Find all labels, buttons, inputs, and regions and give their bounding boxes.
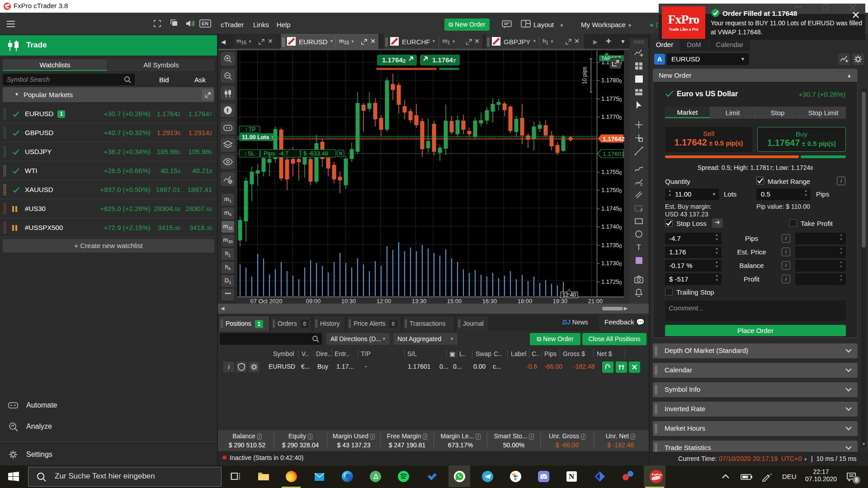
svg-text:1.17647: 1.17647 [432, 56, 456, 64]
svg-text:1.17601: 1.17601 [603, 150, 625, 157]
svg-text:12:40: 12:40 [562, 292, 576, 298]
svg-text:F: F [641, 208, 643, 212]
svg-text:1.17642: 1.17642 [382, 56, 406, 64]
svg-text:E: E [640, 182, 643, 187]
svg-text:Pips: -4.7: Pips: -4.7 [264, 150, 288, 157]
svg-text:⁝ TP: ⁝ TP [245, 127, 255, 133]
svg-text:1.17750: 1.17750 [601, 95, 622, 103]
svg-text:EN: EN [202, 21, 208, 26]
svg-text:1.17642: 1.17642 [603, 136, 625, 142]
svg-text:⁝ SL: ⁝ SL [245, 150, 255, 157]
svg-text:1.17250: 1.17250 [601, 278, 622, 286]
svg-text:10 pips: 10 pips [581, 67, 588, 84]
svg-text:$ -633.48: $ -633.48 [303, 150, 328, 157]
svg-text:1.17350: 1.17350 [601, 242, 622, 249]
svg-text:1.17450: 1.17450 [601, 205, 622, 212]
svg-text:1.17300: 1.17300 [601, 260, 622, 267]
svg-text:f: f [226, 107, 229, 114]
svg-text:T: T [637, 244, 641, 251]
svg-text:1.17550: 1.17550 [601, 169, 622, 176]
svg-text:1.17500: 1.17500 [601, 187, 622, 194]
svg-text:11.00 Lots ↑: 11.00 Lots ↑ [242, 134, 274, 141]
svg-text:1.17400: 1.17400 [601, 223, 622, 230]
svg-text:1.17800: 1.17800 [601, 77, 622, 84]
svg-text:1.17700: 1.17700 [601, 113, 622, 121]
